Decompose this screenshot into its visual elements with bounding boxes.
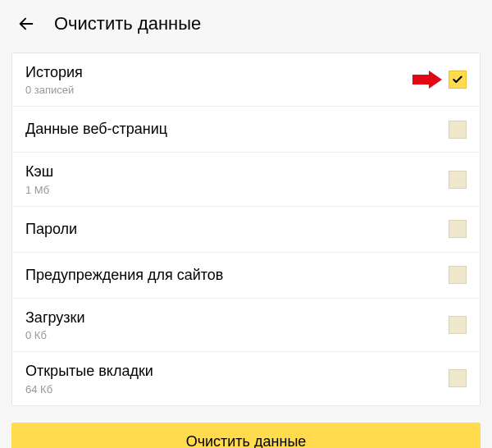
list-item-checkbox[interactable]: [449, 71, 467, 89]
clear-data-button-label: Очистить данные: [186, 433, 307, 448]
list-item-sublabel: 64 Кб: [25, 383, 153, 395]
list-item-sublabel: 0 записей: [25, 84, 83, 96]
list-item[interactable]: История0 записей: [12, 53, 480, 107]
list-item-checkbox[interactable]: [449, 220, 467, 238]
list-item-checkbox[interactable]: [449, 121, 467, 139]
list-item-right: [449, 369, 467, 387]
list-item-checkbox[interactable]: [449, 369, 467, 387]
check-icon: [452, 74, 463, 85]
list-item[interactable]: Открытые вкладки64 Кб: [12, 352, 480, 405]
list-item-text: История0 записей: [25, 63, 83, 96]
list-item[interactable]: Данные веб-страниц: [12, 107, 480, 153]
back-arrow-icon[interactable]: [16, 14, 36, 34]
list-item-text: Открытые вкладки64 Кб: [25, 362, 153, 395]
list-item[interactable]: Пароли: [12, 207, 480, 253]
list-item-right: [412, 71, 467, 89]
list-item-right: [449, 266, 467, 284]
list-item-label: Открытые вкладки: [25, 362, 153, 381]
list-item-sublabel: 0 Кб: [25, 329, 84, 341]
list-item[interactable]: Загрузки0 Кб: [12, 299, 480, 352]
list-item-label: История: [25, 63, 83, 82]
list-item-checkbox[interactable]: [449, 266, 467, 284]
list-item-text: Данные веб-страниц: [25, 120, 167, 139]
clear-data-list: История0 записейДанные веб-страницКэш1 М…: [11, 53, 481, 406]
list-item-right: [449, 171, 467, 189]
list-item-label: Загрузки: [25, 309, 84, 327]
list-item-right: [449, 316, 467, 334]
list-item-checkbox[interactable]: [449, 316, 467, 334]
annotation-arrow-icon: [412, 71, 442, 89]
list-item[interactable]: Кэш1 Мб: [12, 153, 480, 206]
list-item-right: [449, 220, 467, 238]
clear-data-button[interactable]: Очистить данные: [11, 423, 481, 448]
list-item-sublabel: 1 Мб: [25, 184, 53, 196]
header-bar: Очистить данные: [0, 0, 492, 46]
page-title: Очистить данные: [54, 13, 201, 34]
list-item-checkbox[interactable]: [449, 171, 467, 189]
list-item[interactable]: Предупреждения для сайтов: [12, 253, 480, 299]
list-item-right: [449, 121, 467, 139]
list-item-text: Пароли: [25, 220, 77, 239]
list-item-text: Предупреждения для сайтов: [25, 266, 223, 285]
list-item-label: Кэш: [25, 162, 53, 181]
list-item-text: Загрузки0 Кб: [25, 309, 84, 341]
list-item-label: Пароли: [25, 220, 77, 239]
list-item-label: Данные веб-страниц: [25, 120, 167, 139]
svg-marker-0: [412, 71, 442, 89]
list-item-label: Предупреждения для сайтов: [25, 266, 223, 285]
list-item-text: Кэш1 Мб: [25, 162, 53, 195]
